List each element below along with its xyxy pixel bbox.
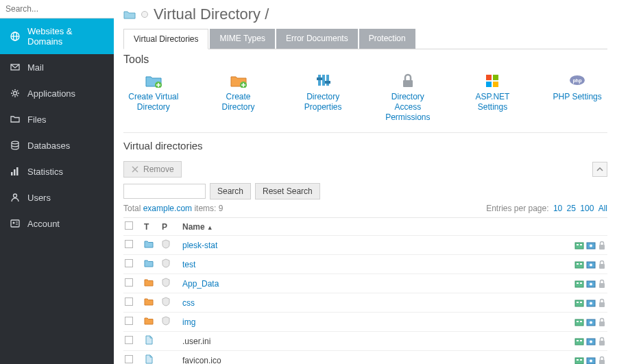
action-1-icon[interactable] [574,279,584,289]
action-2-icon[interactable] [586,260,596,269]
tool-directory-access-permissions[interactable]: Directory Access Permissions [379,73,437,123]
row-checkbox[interactable] [125,355,133,363]
action-1-icon[interactable] [574,337,584,346]
row-checkbox[interactable] [125,259,133,267]
reset-search-button[interactable]: Reset Search [255,183,320,199]
row-checkbox[interactable] [125,317,133,325]
folder-icon [123,10,136,19]
sidebar-search[interactable] [0,0,114,19]
svg-point-54 [590,302,592,304]
tool-label: Directory Access Permissions [379,92,437,123]
sidebar-item-applications[interactable]: Applications [0,80,114,106]
lock-icon[interactable] [598,317,606,327]
tool-create-directory[interactable]: Create Directory [210,73,267,123]
sidebar-item-label: Websites & Domains [27,26,104,47]
table-row: test [123,255,607,274]
domain-link[interactable]: example.com [143,204,192,213]
sidebar-item-mail[interactable]: Mail [0,54,114,80]
action-2-icon[interactable] [586,337,596,346]
action-2-icon[interactable] [586,241,596,250]
lock-icon[interactable] [598,279,606,289]
action-1-icon[interactable] [574,317,584,327]
tab-mime-types[interactable]: MIME Types [210,29,274,49]
row-checkbox[interactable] [125,278,133,287]
lock-icon[interactable] [598,356,606,365]
folder-add-blue-icon [145,73,162,88]
svg-point-42 [590,263,592,266]
sidebar-item-label: Applications [27,88,75,99]
pager-100[interactable]: 100 [580,204,594,213]
shield-icon [162,278,170,287]
tools-heading: Tools [123,53,607,66]
remove-button[interactable]: Remove [123,161,182,178]
database-icon [10,140,21,151]
row-name-link[interactable]: test [182,260,195,269]
collapse-button[interactable] [592,162,607,177]
action-2-icon[interactable] [586,279,596,289]
svg-rect-70 [580,359,582,361]
svg-rect-10 [16,167,19,175]
php-icon: php [568,73,586,88]
table-search-input[interactable] [123,184,206,199]
toolbar: Remove [123,161,607,178]
sidebar-item-files[interactable]: Files [0,106,114,132]
aspnet-icon [484,73,502,88]
summary-row-top: Total example.com items: 9 Entries per p… [123,202,607,217]
svg-rect-27 [493,82,498,87]
action-1-icon[interactable] [574,260,584,269]
tool-label: Directory Properties [294,92,352,112]
tool-directory-properties[interactable]: Directory Properties [294,73,352,123]
row-checkbox[interactable] [125,298,133,306]
row-name-link[interactable]: App_Data [182,279,219,289]
tab-virtual-directories[interactable]: Virtual Directories [123,29,208,49]
row-name-link[interactable]: img [182,317,195,327]
svg-rect-52 [580,302,582,303]
chevron-up-icon [596,167,603,171]
svg-rect-56 [575,319,583,326]
row-name-link[interactable]: css [182,298,195,308]
select-all-checkbox[interactable] [125,221,133,230]
action-2-icon[interactable] [586,298,596,308]
action-1-icon[interactable] [574,356,584,365]
tool-asp-net-settings[interactable]: ASP.NET Settings [464,73,522,123]
svg-text:php: php [573,78,582,84]
svg-rect-46 [580,282,582,284]
pager-10[interactable]: 10 [553,204,562,213]
col-name[interactable]: Name▲ [182,222,565,232]
sidebar-item-statistics[interactable]: Statistics [0,158,114,184]
row-checkbox[interactable] [125,336,133,344]
svg-rect-21 [317,77,322,80]
tabs: Virtual DirectoriesMIME TypesError Docum… [123,29,607,49]
search-input[interactable] [5,4,108,14]
row-checkbox[interactable] [125,240,133,248]
sidebar-item-websites-domains[interactable]: Websites & Domains [0,19,114,54]
col-type[interactable]: T [144,222,162,232]
row-name-link[interactable]: plesk-stat [182,241,217,250]
lock-icon[interactable] [598,260,606,269]
tool-create-virtual-directory[interactable]: Create Virtual Directory [125,73,182,123]
action-2-icon[interactable] [586,317,596,327]
sidebar-item-databases[interactable]: Databases [0,132,114,158]
action-1-icon[interactable] [574,241,584,250]
lock-icon[interactable] [598,337,606,346]
sidebar-item-users[interactable]: Users [0,184,114,210]
col-perm[interactable]: P [162,222,182,232]
tools-row: Create Virtual DirectoryCreate Directory… [123,73,607,133]
stats-icon [10,166,21,177]
svg-rect-69 [577,359,579,361]
sidebar-item-account[interactable]: Account [0,210,114,236]
tab-protection[interactable]: Protection [359,29,415,49]
svg-rect-43 [599,264,605,269]
action-1-icon[interactable] [574,298,584,308]
table-row: favicon.ico [123,351,607,364]
search-button[interactable]: Search [210,183,251,199]
pager-all[interactable]: All [598,204,607,213]
tab-error-documents[interactable]: Error Documents [276,29,358,49]
type-icon [144,278,154,287]
lock-icon[interactable] [598,298,606,308]
tool-php-settings[interactable]: phpPHP Settings [548,73,606,123]
lock-icon[interactable] [598,241,606,250]
pager-25[interactable]: 25 [567,204,576,213]
action-2-icon[interactable] [586,356,596,365]
table-header: T P Name▲ [123,218,607,236]
